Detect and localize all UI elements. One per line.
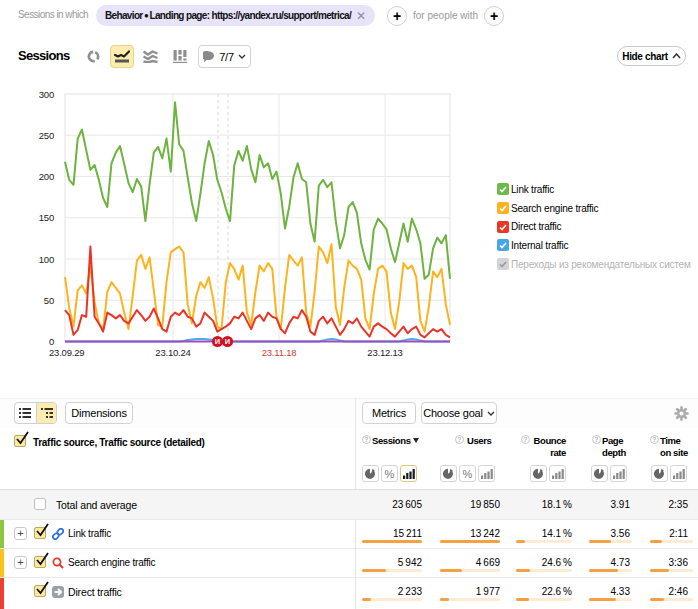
svg-text:23.09.29: 23.09.29 <box>49 347 84 358</box>
svg-text:И: И <box>225 337 230 346</box>
svg-text:23.12.13: 23.12.13 <box>367 347 402 358</box>
svg-text:И: И <box>215 337 220 346</box>
svg-text:300: 300 <box>39 89 54 100</box>
svg-text:150: 150 <box>39 212 54 223</box>
svg-text:50: 50 <box>44 295 54 306</box>
svg-text:0: 0 <box>49 336 54 347</box>
svg-text:100: 100 <box>39 254 54 265</box>
svg-text:250: 250 <box>39 130 54 141</box>
svg-text:23.11.18: 23.11.18 <box>262 347 297 358</box>
svg-text:23.10.24: 23.10.24 <box>155 347 190 358</box>
svg-text:200: 200 <box>39 171 54 182</box>
